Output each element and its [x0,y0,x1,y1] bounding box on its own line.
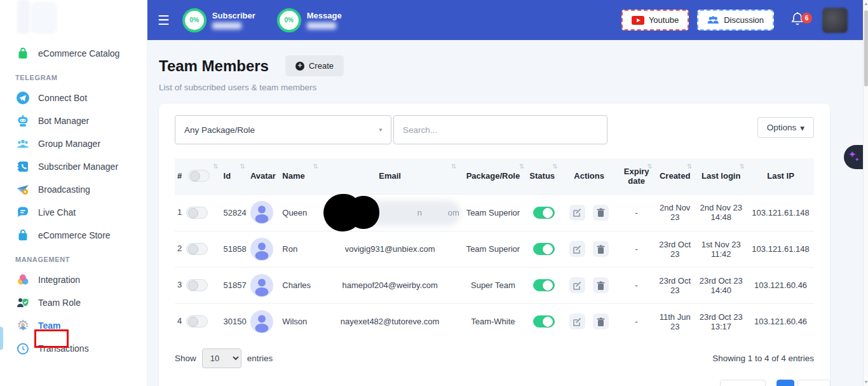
delete-button[interactable] [593,205,609,221]
sidebar-item-team-role[interactable]: Team Role [0,291,147,314]
header-last-ip: Last IP [747,158,814,194]
message-stat-label: Message [307,11,342,20]
entries-label: entries [247,354,273,363]
showing-entries-text: Showing 1 to 4 of 4 entries [712,354,814,363]
row-select-toggle[interactable] [186,243,208,255]
create-button[interactable]: + Create [285,55,344,76]
message-stat-value-blurred [307,22,336,29]
delete-button[interactable] [593,241,609,257]
table-row: 4 30150 Wilson nayexet482@tutoreve.com T… [175,303,814,340]
delete-button[interactable] [593,314,609,329]
ai-assistant-button[interactable]: ✦ ✦ [844,145,863,169]
header-expiry[interactable]: Expiry date⇅ [618,158,654,194]
member-avatar [250,238,273,261]
status-toggle[interactable] [533,279,555,291]
page-subtitle: List of subscribed users & team members [159,83,830,92]
sort-icon: ⇅ [648,163,653,170]
options-button[interactable]: Options ▾ [757,117,814,138]
status-toggle[interactable] [533,243,555,255]
scrollbar-down-arrow[interactable]: ▼ [864,379,868,385]
sort-icon: ⇅ [552,163,557,170]
subscriber-stat: 0% Subscriber [182,8,255,32]
sidebar-item-ecommerce-catalog[interactable]: eCommerce Catalog [0,42,147,65]
sidebar-section-telegram: TELEGRAM [0,65,147,86]
header-created[interactable]: Created⇅ [655,158,695,194]
sidebar-item-ecommerce-store[interactable]: eCommerce Store [0,224,147,247]
blurred-email-area [365,200,461,226]
member-avatar [250,201,273,224]
sparkle-icon: ✦ [855,156,860,163]
header-avatar: Avatar [248,158,280,194]
edit-button[interactable] [569,205,585,221]
message-stat: 0% Message [277,8,342,32]
select-all-toggle[interactable] [188,170,210,182]
table-row: 2 51858 Ron vovigig931@unbiex.com Team S… [175,231,814,267]
sort-icon: ⇅ [740,163,745,170]
app-logo [18,0,29,33]
scrollbar-thumb[interactable] [864,10,868,86]
user-avatar[interactable] [822,8,848,33]
header-name[interactable]: Name⇅ [280,158,321,194]
header-last-login[interactable]: Last login⇅ [695,158,747,194]
pagination-next-button[interactable] [797,380,831,386]
app-logo-blur [32,3,56,33]
scrollbar-up-arrow[interactable]: ▲ [864,1,868,7]
main-content: Team Members + Create List of subscribed… [147,40,863,386]
header-status[interactable]: Status⇅ [527,158,560,194]
notification-count-badge: 6 [801,13,812,24]
page-scrollbar: ▲ ▼ [863,0,868,386]
team-members-table: # ⇅ Id⇅ Avatar Name⇅ Email⇅ Package/Role… [175,158,814,340]
sidebar-section-management: MANAGEMENT [0,247,147,268]
package-role-select[interactable]: Any Package/Role ▼ [175,115,391,144]
table-row: 3 51857 Charles hamepof204@weirby.com Su… [175,267,814,303]
sidebar-item-connect-bot[interactable]: Connect Bot [0,86,147,109]
member-avatar [250,310,273,333]
caret-down-icon: ▾ [800,123,804,133]
sidebar-item-team[interactable]: ⚙ Team [0,314,147,337]
youtube-icon [632,16,644,25]
role-shield-icon [15,295,31,310]
show-label: Show [175,354,196,363]
edit-button[interactable] [569,277,585,293]
sidebar-item-broadcasting[interactable]: Broadcasting [0,178,147,201]
redaction-scribble [323,194,362,231]
header-package[interactable]: Package/Role⇅ [459,158,527,194]
sidebar-item-subscriber-manager[interactable]: Subscriber Manager [0,155,147,178]
hamburger-menu-icon[interactable]: ☰ [158,13,170,27]
edit-button[interactable] [569,241,585,257]
header-email[interactable]: Email⇅ [321,158,459,194]
row-select-toggle[interactable] [186,207,208,219]
team-members-card: Any Package/Role ▼ Options ▾ # ⇅ [159,104,830,386]
youtube-button[interactable]: Youtube [621,10,689,31]
pagination-page-1-button[interactable] [776,380,794,386]
sidebar-item-transactions[interactable]: Transactions [0,337,147,360]
row-select-toggle[interactable] [186,279,208,291]
sort-icon: ⇅ [313,163,318,170]
telegram-plane-icon [15,90,31,106]
sidebar-item-live-chat[interactable]: Live Chat [0,201,147,224]
shopping-bag-green-icon [15,46,31,61]
row-select-toggle[interactable] [186,315,208,327]
entries-per-page-select[interactable]: 10 [202,348,241,368]
discussion-button[interactable]: Discussion [697,10,774,31]
robot-icon [15,113,31,128]
notifications-bell[interactable]: 6 [790,11,804,29]
sidebar-item-integration[interactable]: Integration [0,268,147,291]
sidebar-item-bot-manager[interactable]: Bot Manager [0,109,147,132]
redacted-email-cell: n om [323,195,457,231]
search-input[interactable] [393,115,607,144]
status-toggle[interactable] [533,207,555,219]
integration-circles-icon [15,272,31,287]
sidebar-item-group-manager[interactable]: Group Manager [0,132,147,155]
sidebar: eCommerce Catalog TELEGRAM Connect Bot B… [0,0,147,386]
header-id[interactable]: Id⇅ [221,158,248,194]
sort-icon: ⇅ [213,163,218,170]
shopping-bag-blue-icon [15,228,31,243]
pagination-previous-button[interactable] [720,380,766,386]
delete-button[interactable] [593,277,609,293]
sort-icon: ⇅ [687,163,692,170]
header-num[interactable]: # ⇅ [175,158,221,194]
edit-button[interactable] [569,314,585,329]
status-toggle[interactable] [533,315,555,327]
broadcast-plane-icon [15,182,31,197]
